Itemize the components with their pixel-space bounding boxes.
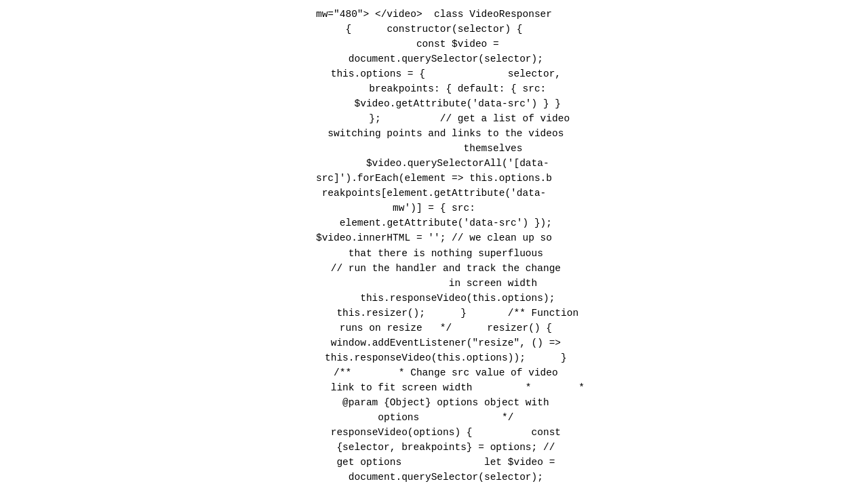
code-container: mw="480"> </video> class VideoResponser … — [0, 0, 868, 488]
code-block: mw="480"> </video> class VideoResponser … — [216, 0, 652, 488]
